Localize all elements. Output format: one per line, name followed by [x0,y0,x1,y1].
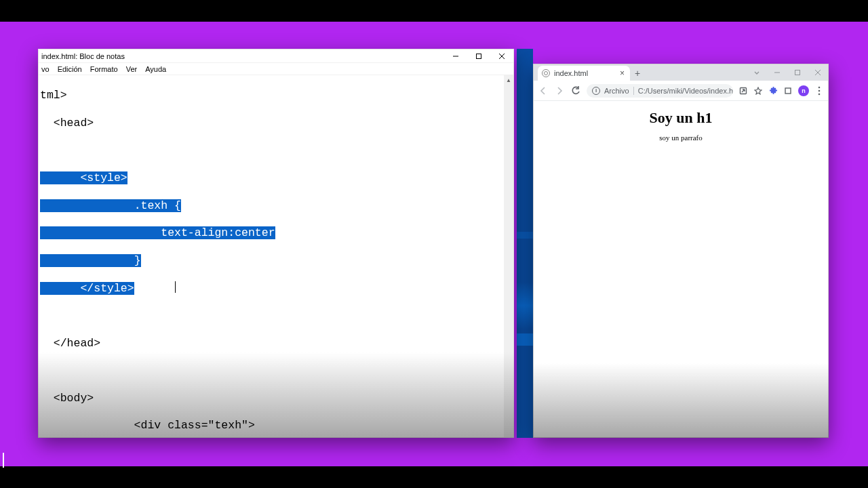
minimize-button[interactable] [444,49,467,62]
chrome-tab-strip: index.html × + [534,64,828,81]
chrome-tab[interactable]: index.html × [538,66,630,81]
kebab-menu-icon[interactable] [814,86,824,96]
rendered-page: Soy un h1 soy un parrafo [534,101,828,437]
code-line: <div class="texh"> [40,419,255,432]
maximize-button[interactable] [467,49,490,62]
chrome-search-tabs-icon[interactable] [747,64,767,81]
menu-ayuda[interactable]: Ayuda [145,65,166,73]
tab-title: index.html [554,69,588,77]
extensions-icon[interactable] [768,86,778,96]
code-selection: text-align:center [161,226,275,239]
code-line: </head> [40,337,100,350]
code-selection: .texh { [134,199,181,212]
svg-rect-9 [785,88,791,94]
code-line: tml> [40,89,67,102]
notepad-menu-bar: vo Edición Formato Ver Ayuda [39,63,513,75]
globe-icon [542,69,550,77]
address-path: C:/Users/miki/Videos/index.html [638,87,733,95]
site-info-icon[interactable]: i [592,87,600,95]
close-button[interactable] [490,49,513,62]
profile-avatar[interactable]: n [798,85,809,96]
scroll-up-icon[interactable]: ▲ [504,75,513,85]
address-bar[interactable]: i Archivo C:/Users/miki/Videos/index.htm… [587,84,733,98]
svg-rect-5 [795,70,800,75]
code-selection: } [134,254,141,267]
code-selection [40,254,134,267]
notepad-scrollbar[interactable]: ▲ [504,75,513,437]
menu-archivo[interactable]: vo [41,65,50,73]
page-h1: Soy un h1 [534,109,828,127]
text-cursor-indicator [3,453,4,468]
share-icon[interactable] [738,86,748,96]
extensions-icon-2[interactable] [783,86,793,96]
page-paragraph: soy un parrafo [534,134,828,142]
notepad-title: index.html: Bloc de notas [41,52,125,60]
menu-edicion[interactable]: Edición [58,65,82,73]
code-selection [40,171,80,184]
chrome-toolbar: i Archivo C:/Users/miki/Videos/index.htm… [534,81,828,101]
chrome-minimize-button[interactable] [767,64,787,81]
code-selection [40,226,161,239]
avatar-initial: n [802,87,806,94]
code-selection: <style> [80,171,127,184]
code-selection [40,199,134,212]
svg-point-10 [818,86,821,88]
chrome-maximize-button[interactable] [787,64,808,81]
svg-rect-1 [477,54,481,58]
reload-button[interactable] [570,85,581,96]
notepad-window: index.html: Bloc de notas vo Edición For… [38,49,514,438]
letterbox-bottom [0,466,868,488]
forward-button[interactable] [554,85,565,96]
new-tab-button[interactable]: + [630,66,645,81]
menu-ver[interactable]: Ver [126,65,138,73]
code-line: <head> [40,117,94,129]
svg-point-12 [818,93,821,95]
notepad-editor[interactable]: tml> <head> <style> .texh { text-align:c… [39,75,513,437]
separator [633,87,634,95]
menu-formato[interactable]: Formato [90,65,118,73]
address-scheme: Archivo [604,87,629,95]
code-selection [40,282,80,295]
letterbox-top [0,0,868,22]
chrome-window: index.html × + [533,64,829,438]
chrome-close-button[interactable] [808,64,828,81]
tab-close-icon[interactable]: × [620,69,625,77]
text-caret [175,281,176,293]
bookmark-icon[interactable] [753,86,763,96]
code-line: <body> [40,392,94,405]
taskbar-edge [517,49,533,438]
back-button[interactable] [538,85,549,96]
code-selection: </style> [80,282,134,295]
svg-point-11 [818,89,821,92]
notepad-title-bar[interactable]: index.html: Bloc de notas [39,49,513,63]
